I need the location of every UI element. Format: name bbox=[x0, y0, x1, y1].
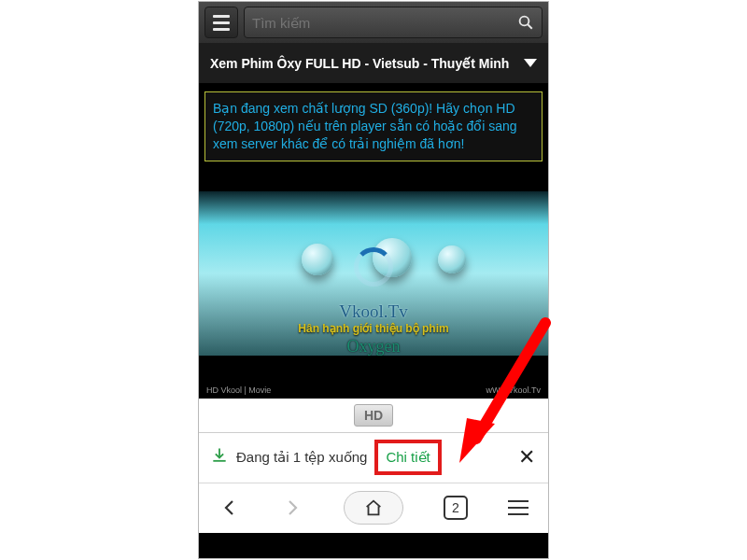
watermark-corner-left: HD Vkool | Movie bbox=[206, 385, 271, 395]
loading-spinner-icon bbox=[354, 247, 393, 287]
watermark-site: Vkool.Tv bbox=[199, 301, 548, 322]
watermark-subtitle: Hân hạnh giới thiệu bộ phim bbox=[199, 322, 548, 335]
tab-hd[interactable]: HD bbox=[354, 404, 393, 427]
browser-bottom-nav: 2 bbox=[199, 483, 548, 533]
watermark-corner-right: wWw.Vkool.Tv bbox=[486, 385, 541, 395]
dropdown-icon[interactable] bbox=[524, 59, 537, 67]
nav-back-button[interactable] bbox=[218, 497, 241, 519]
search-input[interactable] bbox=[252, 15, 517, 31]
hamburger-icon bbox=[508, 500, 529, 515]
download-details-link[interactable]: Chi tiết bbox=[386, 449, 430, 465]
page-title-bar[interactable]: Xem Phim Ôxy FULL HD - Vietsub - Thuyết … bbox=[199, 43, 548, 84]
tab-count: 2 bbox=[444, 496, 468, 520]
watermark-title: Oxygen bbox=[199, 337, 548, 356]
search-box[interactable] bbox=[244, 7, 543, 38]
svg-point-0 bbox=[520, 17, 529, 26]
phone-frame: Xem Phim Ôxy FULL HD - Vietsub - Thuyết … bbox=[198, 1, 549, 559]
top-header bbox=[199, 2, 548, 43]
menu-button[interactable] bbox=[204, 7, 238, 38]
nav-forward-button[interactable] bbox=[281, 497, 303, 519]
download-text: Đang tải 1 tệp xuống bbox=[236, 449, 367, 466]
search-icon[interactable] bbox=[517, 14, 534, 31]
svg-line-1 bbox=[528, 24, 532, 29]
download-bar: Đang tải 1 tệp xuống Chi tiết ✕ bbox=[199, 432, 548, 483]
video-still: Vkool.Tv Hân hạnh giới thiệu bộ phim Oxy… bbox=[199, 191, 548, 356]
download-details-highlight: Chi tiết bbox=[374, 440, 441, 475]
quality-notice: Bạn đang xem chất lượng SD (360p)! Hãy c… bbox=[204, 91, 543, 161]
download-icon bbox=[210, 446, 229, 469]
nav-tabs-button[interactable]: 2 bbox=[444, 496, 468, 520]
page-title: Xem Phim Ôxy FULL HD - Vietsub - Thuyết … bbox=[210, 56, 509, 71]
nav-menu-button[interactable] bbox=[508, 500, 529, 515]
video-player[interactable]: Vkool.Tv Hân hạnh giới thiệu bộ phim Oxy… bbox=[199, 167, 548, 399]
quality-tabs: HD bbox=[199, 399, 548, 432]
nav-home-button[interactable] bbox=[344, 491, 403, 525]
close-icon[interactable]: ✕ bbox=[518, 445, 535, 469]
